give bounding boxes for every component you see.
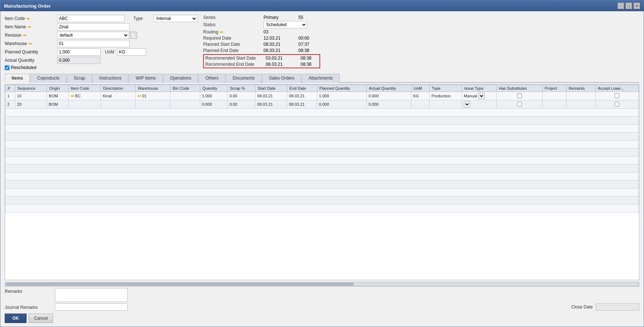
series-label: Series [203, 15, 261, 20]
journal-remarks-input[interactable] [55, 303, 128, 311]
minimize-button[interactable]: − [617, 3, 624, 9]
tab-operations[interactable]: Operations [163, 74, 198, 83]
cell-item-code [68, 100, 101, 109]
table-row-empty [5, 109, 639, 117]
col-scrap: Scrap % [228, 85, 255, 92]
cell-bin-code [170, 100, 200, 109]
items-table-container[interactable]: # Sequence Origin Item Code Description … [5, 84, 639, 280]
warehouse-input[interactable] [57, 40, 130, 47]
planned-end-label: Planned End Date [203, 48, 261, 53]
cell-type: Production [430, 92, 462, 100]
planned-start-label: Planned Start Date [203, 42, 261, 47]
tab-wip-items[interactable]: WIP Items [129, 74, 162, 83]
cell-issue-type: Manual ▼ [462, 92, 496, 100]
type-select[interactable]: Internal External [154, 15, 197, 22]
revision-select[interactable]: default [57, 32, 129, 39]
tab-sales-orders[interactable]: Sales Orders [262, 74, 301, 83]
cell-warehouse [136, 100, 170, 109]
required-date-label: Required Date [203, 36, 261, 41]
actual-qty-input[interactable] [57, 57, 101, 64]
revision-text: Revision [5, 33, 21, 38]
col-item-code: Item Code [68, 85, 101, 92]
table-row-empty [5, 205, 639, 213]
rescheduled-row: Rescheduled [5, 65, 197, 70]
col-origin: Origin [47, 85, 68, 92]
status-select[interactable]: Scheduled Released Closed [263, 21, 307, 28]
table-row[interactable]: 2 20 BOM 0.000 0.00 08.03.21 08.03.21 0.… [5, 100, 639, 109]
issue-type-select[interactable]: ▼ [478, 93, 485, 99]
warehouse-label: Warehouse ➡ [5, 41, 56, 46]
tab-others[interactable]: Others [198, 74, 225, 83]
maximize-button[interactable]: □ [625, 3, 632, 9]
table-row-empty [5, 149, 639, 157]
close-date-input[interactable] [596, 303, 639, 311]
table-row-empty [5, 181, 639, 189]
revision-arrow-icon: ➡ [23, 33, 27, 38]
horizontal-scrollbar[interactable] [5, 282, 639, 287]
cell-project [542, 92, 566, 100]
actual-qty-row: Actual Quantity [5, 57, 197, 64]
tab-scrap[interactable]: Scrap [67, 74, 92, 83]
window-controls: − □ ✕ [617, 3, 640, 9]
routing-label-text: Routing [203, 29, 218, 35]
cell-description [101, 100, 135, 109]
cell-end-date: 08.03.21 [287, 100, 317, 109]
series-number: 55 [298, 15, 320, 20]
item-name-input[interactable] [57, 23, 130, 31]
close-button[interactable]: ✕ [633, 3, 640, 9]
rec-end-time: 08:38 [301, 62, 322, 67]
has-substitutes-checkbox[interactable] [517, 93, 522, 98]
cell-end-date: 08.03.21 [287, 92, 317, 100]
cell-scrap: 0.00 [228, 100, 255, 109]
tab-documents[interactable]: Documents [226, 74, 262, 83]
revision-doc-button[interactable]: 📄 [130, 32, 137, 39]
cell-actual-qty: 0.000 [367, 100, 411, 109]
tab-coproducts[interactable]: Coproducts [30, 74, 66, 83]
table-row-empty [5, 189, 639, 197]
item-name-label: Item Name ➡ [5, 24, 56, 29]
col-has-substitutes: Has Substitutes [496, 85, 542, 92]
cell-start-date: 08.03.21 [255, 100, 287, 109]
col-accept-lower: Accept Lowe... [595, 85, 639, 92]
issue-type-select-2[interactable]: ▼ [464, 101, 470, 108]
col-remarks: Remarks [566, 85, 595, 92]
has-substitutes-checkbox-2[interactable] [517, 102, 522, 106]
cell-planned-qty: 1.000 [317, 92, 366, 100]
remarks-textarea[interactable] [55, 288, 128, 302]
col-start-date: Start Date [255, 85, 287, 92]
close-date-area: Close Date [571, 303, 639, 311]
planned-qty-input[interactable] [57, 48, 101, 56]
col-uom: UoM [411, 85, 430, 92]
cell-sequence: 10 [15, 92, 47, 100]
cell-remarks [566, 100, 595, 109]
tab-items[interactable]: Items [5, 74, 30, 83]
planned-qty-label: Planned Quantity [5, 49, 56, 54]
accept-lower-checkbox[interactable] [615, 93, 619, 98]
required-date-time: 00:00 [298, 36, 320, 41]
cell-remarks [566, 92, 595, 100]
rescheduled-checkbox[interactable] [5, 65, 9, 70]
table-row[interactable]: 1 10 BOM ➡ BC Kinal ➡ 01 1.000 0.00 [5, 92, 639, 100]
accept-lower-checkbox-2[interactable] [615, 102, 619, 106]
cell-accept-lower [595, 92, 639, 100]
uom-input[interactable] [117, 48, 146, 56]
rec-start-value: 03.03.21 [266, 56, 298, 61]
col-end-date: End Date [287, 85, 317, 92]
table-row-empty [5, 173, 639, 181]
rec-start-label: Recommended Start Date [205, 56, 263, 61]
tab-attachments[interactable]: Attachments [302, 74, 340, 83]
cancel-button[interactable]: Cancel [29, 314, 53, 323]
cell-issue-type: ▼ [462, 100, 496, 109]
cell-planned-qty: 0.000 [317, 100, 366, 109]
actual-qty-label: Actual Quantity [5, 58, 56, 63]
scrollbar-thumb[interactable] [6, 283, 354, 286]
tab-instructions[interactable]: Instructions [92, 74, 128, 83]
col-type: Type [430, 85, 462, 92]
item-code-input[interactable] [57, 15, 125, 22]
planned-start-time: 07:37 [298, 42, 320, 47]
journal-close-row: Journal Remarks Close Date [5, 303, 639, 311]
cell-has-substitutes [496, 100, 542, 109]
ok-button[interactable]: OK [5, 314, 27, 323]
window-title: Manufacturing Order [4, 3, 51, 9]
scrollbar-track[interactable] [6, 282, 638, 286]
